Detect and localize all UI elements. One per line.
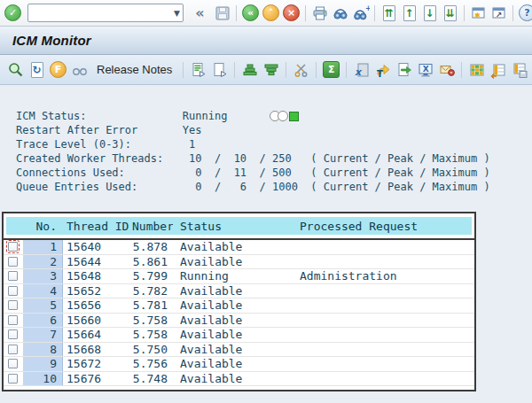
change-layout-icon[interactable] bbox=[489, 60, 507, 79]
row-select-checkbox[interactable] bbox=[8, 257, 18, 267]
checkbox-cell bbox=[4, 343, 23, 357]
enter-icon[interactable]: ✓ bbox=[4, 4, 22, 22]
cell-status: Available bbox=[173, 298, 292, 312]
table-row: 2 15644 5.861 Available bbox=[4, 255, 474, 270]
select-layout-icon[interactable] bbox=[467, 60, 486, 79]
table-row: 7 15664 5.758 Available bbox=[4, 328, 474, 343]
word-processing-icon[interactable]: T bbox=[373, 60, 392, 79]
title-bar: ICM Monitor bbox=[0, 27, 532, 55]
display-glasses-icon[interactable] bbox=[70, 60, 89, 79]
find-next-icon[interactable]: + bbox=[351, 4, 370, 22]
export-excel-icon[interactable]: x bbox=[352, 60, 371, 79]
status-line-text: Restart After Error Yes bbox=[16, 124, 202, 136]
sum-icon[interactable]: Σ bbox=[322, 60, 340, 79]
cell-thread-id: 15668 bbox=[63, 343, 132, 356]
save-layout-icon[interactable] bbox=[510, 60, 528, 79]
status-line: Queue Entries Used: 0 / 6 / 1000 ( Curre… bbox=[16, 180, 532, 194]
svg-text:X: X bbox=[422, 65, 428, 74]
row-select-checkbox[interactable] bbox=[8, 345, 18, 354]
mail-recipient-icon[interactable] bbox=[437, 60, 456, 79]
header-number: Number bbox=[132, 220, 173, 233]
separator bbox=[512, 5, 513, 21]
back-icon[interactable]: « bbox=[241, 4, 260, 22]
function-f-icon[interactable]: F bbox=[49, 60, 67, 79]
page-up-icon[interactable]: ↑ bbox=[400, 4, 419, 22]
cell-thread-id: 15640 bbox=[63, 240, 132, 253]
separator bbox=[316, 62, 317, 78]
separator bbox=[346, 62, 347, 78]
page-down-icon[interactable]: ↓ bbox=[420, 4, 439, 22]
cell-status: Available bbox=[173, 284, 292, 298]
cell-status: Available bbox=[173, 314, 292, 327]
cell-status: Available bbox=[173, 343, 292, 356]
local-file-icon[interactable] bbox=[395, 60, 413, 79]
row-select-checkbox[interactable] bbox=[8, 359, 18, 368]
sort-ascending-icon[interactable] bbox=[240, 60, 259, 79]
row-select-checkbox[interactable] bbox=[8, 315, 18, 325]
status-line: Connections Used: 0 / 11 / 500 ( Current… bbox=[16, 166, 532, 180]
row-select-checkbox[interactable] bbox=[8, 329, 18, 339]
display-list-icons-icon[interactable] bbox=[189, 60, 207, 79]
last-page-icon[interactable]: ⇊ bbox=[441, 4, 459, 22]
cell-thread-id: 15652 bbox=[63, 284, 132, 298]
table-row: 8 15668 5.750 Available bbox=[4, 343, 474, 358]
row-select-checkbox[interactable] bbox=[8, 271, 18, 281]
cell-thread-id: 15676 bbox=[63, 372, 132, 385]
cell-row-number: 9 bbox=[23, 357, 63, 371]
row-select-checkbox[interactable] bbox=[8, 300, 18, 310]
row-select-checkbox[interactable] bbox=[8, 242, 18, 252]
new-session-icon[interactable]: ✱ bbox=[469, 4, 488, 22]
checkbox-cell bbox=[4, 255, 23, 269]
choose-detail-icon[interactable] bbox=[6, 60, 25, 79]
header-no: No. bbox=[23, 220, 63, 233]
status-line: Trace Level (0-3): 1 bbox=[16, 137, 532, 151]
cell-number: 5.756 bbox=[132, 357, 173, 370]
command-field-input[interactable] bbox=[27, 4, 184, 22]
table-body: 1 15640 5.878 Available 2 15644 5.861 Av… bbox=[4, 240, 474, 386]
first-page-icon[interactable]: ⇈ bbox=[379, 4, 398, 22]
cell-number: 5.758 bbox=[132, 314, 173, 327]
table-header-row: No. Thread ID Number Status Processed Re… bbox=[6, 217, 472, 235]
scissors-icon[interactable] bbox=[292, 60, 310, 79]
status-line-text: ICM Status: Running bbox=[16, 110, 227, 122]
cell-status: Available bbox=[173, 372, 292, 385]
spreadsheet-icon[interactable]: X bbox=[416, 60, 434, 79]
separator bbox=[234, 62, 235, 78]
collapse-toolbar-icon[interactable]: « bbox=[189, 4, 211, 22]
cancel-icon[interactable]: × bbox=[282, 4, 301, 22]
checkbox-cell bbox=[4, 372, 23, 386]
status-panel: ICM Status: Running Restart After Error … bbox=[0, 85, 532, 194]
display-list-plain-icon[interactable] bbox=[210, 60, 229, 79]
cell-status: Available bbox=[173, 328, 292, 341]
create-shortcut-icon[interactable]: ↗ bbox=[489, 4, 508, 22]
cell-number: 5.799 bbox=[132, 269, 173, 283]
cell-status: Available bbox=[173, 240, 292, 253]
thread-table: No. Thread ID Number Status Processed Re… bbox=[2, 212, 476, 391]
cell-row-number: 10 bbox=[23, 372, 63, 386]
cell-status: Running bbox=[173, 269, 292, 283]
row-select-checkbox[interactable] bbox=[8, 374, 18, 384]
cell-status: Available bbox=[173, 255, 292, 268]
table-row: 1 15640 5.878 Available bbox=[4, 240, 474, 255]
find-icon[interactable] bbox=[331, 4, 349, 22]
status-line-text: Created Worker Threads: 10 / 10 / 250 ( … bbox=[16, 152, 490, 165]
cell-thread-id: 15664 bbox=[63, 328, 132, 341]
cell-row-number: 2 bbox=[23, 255, 63, 269]
checkbox-cell bbox=[4, 357, 23, 371]
svg-text:T: T bbox=[377, 69, 383, 79]
sort-descending-icon[interactable] bbox=[262, 60, 280, 79]
print-icon[interactable] bbox=[310, 4, 329, 22]
page-title: ICM Monitor bbox=[12, 33, 91, 48]
save-icon[interactable] bbox=[213, 4, 231, 22]
separator bbox=[236, 5, 237, 21]
row-select-checkbox[interactable] bbox=[8, 286, 18, 296]
refresh-icon[interactable]: ↻ bbox=[27, 60, 46, 79]
cell-number: 5.758 bbox=[132, 328, 173, 341]
table-row: 9 15672 5.756 Available bbox=[4, 357, 474, 372]
cell-number: 5.750 bbox=[132, 343, 173, 356]
cell-number: 5.878 bbox=[132, 240, 173, 253]
exit-icon[interactable]: ˄ bbox=[262, 4, 280, 22]
help-icon[interactable]: ? bbox=[518, 4, 532, 22]
led-gray-icon bbox=[278, 111, 288, 121]
release-notes-button[interactable]: Release Notes bbox=[91, 63, 177, 76]
